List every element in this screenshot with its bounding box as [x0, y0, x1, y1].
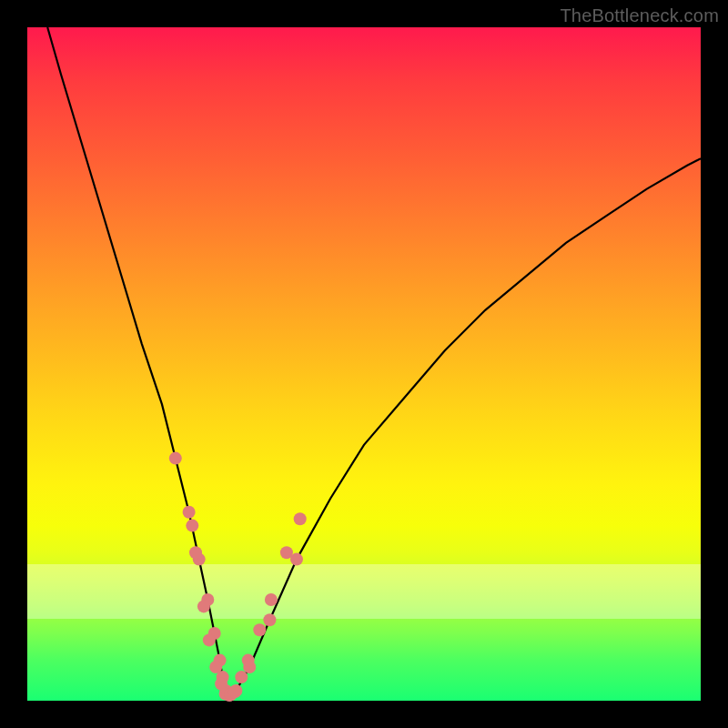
curve-marker — [186, 520, 198, 532]
curve-markers — [169, 452, 307, 702]
curve-marker — [189, 546, 202, 559]
watermark-text: TheBottleneck.com — [560, 5, 719, 26]
curve-marker — [183, 506, 196, 519]
curve-marker — [169, 452, 182, 465]
curve-layer — [27, 27, 701, 701]
curve-marker — [265, 593, 278, 606]
bottleneck-curve — [47, 27, 701, 695]
chart-frame: TheBottleneck.com — [0, 0, 728, 728]
curve-marker — [203, 633, 216, 646]
curve-marker — [209, 661, 222, 673]
curve-marker — [242, 654, 255, 667]
curve-marker — [197, 600, 210, 612]
curve-marker — [235, 671, 248, 683]
curve-marker — [280, 546, 293, 559]
curve-marker — [228, 685, 241, 698]
curve-marker — [294, 512, 307, 525]
curve-marker — [263, 613, 276, 626]
curve-marker — [253, 623, 266, 636]
